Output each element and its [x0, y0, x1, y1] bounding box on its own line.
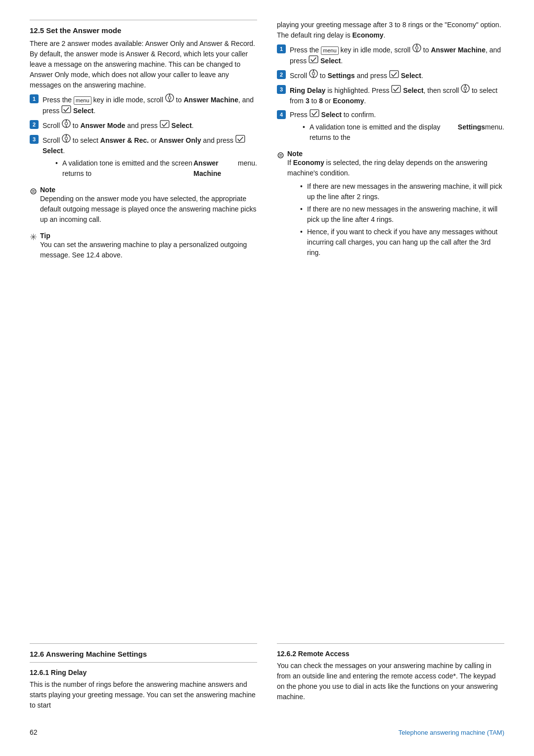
sub-title-12-6-1: 12.6.1 Ring Delay: [30, 669, 257, 676]
right-scroll-1: [412, 43, 421, 52]
right-step-4-bullets: A validation tone is emitted and the dis…: [303, 122, 504, 143]
note-icon-left: ⊜: [30, 186, 37, 197]
right-step-1: 1 Press the menu key in idle mode, scrol…: [277, 43, 504, 66]
step-3: 3 Scroll to select Answer & Rec. or Answ…: [30, 134, 257, 182]
note-icon-right: ⊜: [277, 150, 284, 161]
right-step-3: 3 Ring Delay is highlighted. Press Selec…: [277, 84, 504, 106]
right-select-1: [309, 55, 318, 63]
step-1-content: Press the menu key in idle mode, scroll …: [43, 93, 257, 116]
step-1: 1 Press the menu key in idle mode, scrol…: [30, 93, 257, 116]
bottom-left-col: 12.6 Answering Machine Settings 12.6.1 R…: [30, 643, 257, 714]
right-step-4-bullet: A validation tone is emitted and the dis…: [303, 122, 504, 143]
note-label-left: Note: [40, 186, 55, 194]
right-step-num-4: 4: [277, 110, 286, 119]
bottom-two-col: 12.6 Answering Machine Settings 12.6.1 R…: [30, 643, 504, 714]
step-3-content: Scroll to select Answer & Rec. or Answer…: [43, 134, 257, 182]
section-title-12-5: 12.5 Set the Answer mode: [30, 26, 257, 35]
menu-key: menu: [74, 96, 91, 105]
step-2-content: Scroll to Answer Mode and press Select.: [43, 119, 257, 131]
note-box-left: ⊜ Note Depending on the answer mode you …: [30, 186, 257, 228]
left-steps: 1 Press the menu key in idle mode, scrol…: [30, 93, 257, 182]
right-column: playing your greeting message after 3 to…: [277, 20, 504, 629]
step-num-1: 1: [30, 94, 39, 103]
page: 12.5 Set the Answer mode There are 2 ans…: [0, 0, 534, 756]
right-select-3: [391, 85, 401, 93]
scroll-icon-2: [62, 119, 71, 128]
right-select-2: [389, 70, 399, 78]
bottom-right-col: 12.6.2 Remote Access You can check the m…: [277, 643, 504, 714]
tip-icon-left: ✳: [30, 232, 37, 243]
right-step-2-content: Scroll to Settings and press Select.: [290, 69, 504, 81]
remote-access-text: You can check the messages on your answe…: [277, 661, 504, 702]
footer-label: Telephone answering machine (TAM): [399, 729, 504, 736]
right-step-3-content: Ring Delay is highlighted. Press Select,…: [290, 84, 504, 106]
step-3-bullets: A validation tone is emitted and the scr…: [55, 158, 257, 179]
main-content: 12.5 Set the Answer mode There are 2 ans…: [30, 20, 504, 629]
right-select-4: [310, 109, 319, 117]
intro-text: There are 2 answer modes available: Answ…: [30, 39, 257, 90]
step-2: 2 Scroll to Answer Mode and press Select…: [30, 119, 257, 131]
right-menu-key-1: menu: [321, 46, 339, 55]
step-num-2: 2: [30, 120, 39, 129]
bottom-section: 12.6 Answering Machine Settings 12.6.1 R…: [30, 643, 504, 714]
note-bullets-right: If there are new messages in the answeri…: [300, 181, 504, 258]
step-num-3: 3: [30, 135, 39, 144]
scroll-icon-3: [62, 134, 71, 143]
scroll-icon: [165, 93, 174, 102]
bottom-left-divider: [30, 643, 257, 644]
tip-label-left: Tip: [40, 232, 50, 240]
note-text-left: Depending on the answer mode you have se…: [40, 194, 257, 225]
sub-title-12-6-2: 12.6.2 Remote Access: [277, 650, 504, 658]
note-label-right: Note: [287, 150, 303, 158]
select-icon-3: [235, 135, 245, 143]
right-intro: playing your greeting message after 3 to…: [277, 20, 504, 41]
right-step-4-content: Press Select to confirm. A validation to…: [290, 109, 504, 146]
right-step-num-1: 1: [277, 44, 286, 53]
section-divider: [30, 20, 257, 20]
ring-delay-text: This is the number of rings before the a…: [30, 679, 257, 711]
tip-text-left: You can set the answering machine to pla…: [40, 240, 257, 260]
right-steps: 1 Press the menu key in idle mode, scrol…: [277, 43, 504, 146]
note-content-left: Note Depending on the answer mode you ha…: [40, 186, 257, 228]
page-footer: 62 Telephone answering machine (TAM): [30, 728, 504, 736]
select-icon-2: [160, 120, 170, 128]
note-bullet-1: If there are new messages in the answeri…: [300, 181, 504, 202]
note-text-right: If Economy is selected, the ring delay d…: [287, 158, 504, 178]
right-step-2: 2 Scroll to Settings and press Select.: [277, 69, 504, 81]
page-number: 62: [30, 728, 38, 736]
section-title-12-6: 12.6 Answering Machine Settings: [30, 650, 257, 658]
right-scroll-3: [461, 84, 470, 93]
bottom-right-divider: [277, 643, 504, 644]
right-step-1-content: Press the menu key in idle mode, scroll …: [290, 43, 504, 66]
select-icon: [61, 105, 71, 113]
note-bullet-2: If there are no new messages in the answ…: [300, 204, 504, 225]
left-column: 12.5 Set the Answer mode There are 2 ans…: [30, 20, 257, 629]
right-step-4: 4 Press Select to confirm. A validation …: [277, 109, 504, 146]
right-step-num-3: 3: [277, 85, 286, 94]
tip-box-left: ✳ Tip You can set the answering machine …: [30, 232, 257, 263]
note-content-right: Note If Economy is selected, the ring de…: [287, 150, 504, 261]
right-step-num-2: 2: [277, 70, 286, 79]
bottom-left-divider-2: [30, 662, 257, 663]
tip-content-left: Tip You can set the answering machine to…: [40, 232, 257, 263]
note-bullet-3: Hence, if you want to check if you have …: [300, 227, 504, 258]
right-scroll-2: [309, 69, 318, 78]
step-3-bullet-1: A validation tone is emitted and the scr…: [55, 158, 257, 179]
note-box-right: ⊜ Note If Economy is selected, the ring …: [277, 150, 504, 261]
